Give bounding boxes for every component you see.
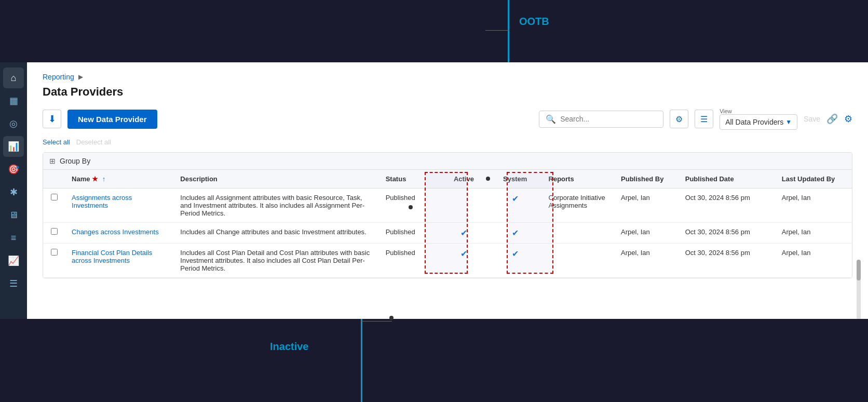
header-system[interactable]: System bbox=[488, 170, 542, 189]
row3-name[interactable]: Financial Cost Plan Details across Inves… bbox=[65, 244, 174, 278]
scrollbar[interactable] bbox=[857, 260, 861, 319]
group-by-label: Group By bbox=[60, 157, 90, 165]
deselect-all: Deselect all bbox=[76, 138, 111, 146]
data-providers-table: Name ★ ↑ Description Status Active Syste… bbox=[43, 170, 852, 278]
header-last-updated-by[interactable]: Last Updated By bbox=[776, 170, 852, 189]
row2-last-updated-by: Arpel, Ian bbox=[776, 223, 852, 244]
view-option-label: All Data Providers bbox=[725, 118, 783, 126]
sort-indicator[interactable]: ↑ bbox=[102, 175, 106, 183]
required-marker: ★ bbox=[92, 175, 98, 183]
list-icon[interactable]: ☰ bbox=[3, 273, 24, 294]
row2-checkbox-input[interactable] bbox=[51, 228, 58, 235]
header-published-by[interactable]: Published By bbox=[615, 170, 679, 189]
row3-active: ✔ bbox=[440, 244, 488, 278]
row1-system: ✔ bbox=[488, 189, 542, 223]
header-published-date[interactable]: Published Date bbox=[679, 170, 776, 189]
inactive-label: Inactive bbox=[270, 341, 308, 353]
row3-published-date: Oct 30, 2024 8:56 pm bbox=[679, 244, 776, 278]
row1-reports: Corporate Initiative Assignments bbox=[542, 189, 615, 223]
row1-checkbox-input[interactable] bbox=[51, 194, 58, 200]
row1-system-check: ✔ bbox=[512, 194, 519, 203]
scroll-thumb[interactable] bbox=[857, 260, 861, 280]
main-content: Reporting ▶ Data Providers ⬇ New Data Pr… bbox=[27, 62, 868, 319]
layers-icon[interactable]: ≡ bbox=[3, 227, 24, 248]
row1-last-updated-by: Arpel, Ian bbox=[776, 189, 852, 223]
row3-system-check: ✔ bbox=[512, 249, 519, 258]
breadcrumb-separator: ▶ bbox=[78, 73, 83, 81]
gear-button[interactable]: ⚙ bbox=[844, 113, 852, 125]
row2-description: Includes all Change attributes and basic… bbox=[174, 223, 379, 244]
table-row: Financial Cost Plan Details across Inves… bbox=[43, 244, 852, 278]
view-dropdown-arrow: ▼ bbox=[785, 118, 792, 126]
row1-published-by: Arpel, Ian bbox=[615, 189, 679, 223]
search-input[interactable] bbox=[560, 115, 657, 123]
view-label: View All Data Providers ▼ bbox=[720, 108, 797, 130]
home-icon[interactable]: ⌂ bbox=[3, 68, 24, 88]
header-status[interactable]: Status bbox=[379, 170, 440, 189]
row3-reports bbox=[542, 244, 615, 278]
breadcrumb: Reporting ▶ bbox=[43, 73, 852, 81]
header-description[interactable]: Description bbox=[174, 170, 379, 189]
monitor-icon[interactable]: 🖥 bbox=[3, 205, 24, 225]
header-reports[interactable]: Reports bbox=[542, 170, 615, 189]
row2-active-check: ✔ bbox=[460, 229, 467, 237]
graph-icon[interactable]: 📈 bbox=[3, 250, 24, 271]
row3-active-check: ✔ bbox=[460, 249, 467, 258]
filter-button[interactable]: ⚙ bbox=[670, 110, 688, 128]
header-name[interactable]: Name ★ ↑ bbox=[65, 170, 174, 189]
row3-published-by: Arpel, Ian bbox=[615, 244, 679, 278]
ootb-label: OOTB bbox=[519, 16, 549, 28]
row3-description: Includes all Cost Plan Detail and Cost P… bbox=[174, 244, 379, 278]
row1-active bbox=[440, 189, 488, 223]
table-header-row: Name ★ ↑ Description Status Active Syste… bbox=[43, 170, 852, 189]
row2-published-by: Arpel, Ian bbox=[615, 223, 679, 244]
download-button[interactable]: ⬇ bbox=[43, 110, 61, 128]
row1-name[interactable]: Assignments across Investments bbox=[65, 189, 174, 223]
row1-description: Includes all Assignment attributes with … bbox=[174, 189, 379, 223]
compass-icon[interactable]: ◎ bbox=[3, 113, 24, 134]
save-button[interactable]: Save bbox=[804, 115, 820, 123]
search-icon: 🔍 bbox=[546, 114, 556, 124]
row2-reports bbox=[542, 223, 615, 244]
group-by-icon: ⊞ bbox=[49, 157, 56, 165]
asterisk-icon[interactable]: ✱ bbox=[3, 182, 24, 203]
columns-button[interactable]: ☰ bbox=[695, 110, 713, 128]
row2-system: ✔ bbox=[488, 223, 542, 244]
view-section: View All Data Providers ▼ bbox=[720, 108, 797, 130]
row2-system-check: ✔ bbox=[512, 229, 519, 237]
table-container: ⊞ Group By Name ★ ↑ Description bbox=[43, 152, 852, 278]
row2-status: Published bbox=[379, 223, 440, 244]
row1-published-date: Oct 30, 2024 8:56 pm bbox=[679, 189, 776, 223]
row3-system: ✔ bbox=[488, 244, 542, 278]
row2-active: ✔ bbox=[440, 223, 488, 244]
row1-checkbox[interactable] bbox=[43, 189, 65, 223]
row2-checkbox[interactable] bbox=[43, 223, 65, 244]
table-row: Changes across Investments Includes all … bbox=[43, 223, 852, 244]
link-button[interactable]: 🔗 bbox=[826, 113, 838, 125]
row3-name-link[interactable]: Financial Cost Plan Details across Inves… bbox=[72, 249, 152, 264]
row2-published-date: Oct 30, 2024 8:56 pm bbox=[679, 223, 776, 244]
row3-status: Published bbox=[379, 244, 440, 278]
row2-name[interactable]: Changes across Investments bbox=[65, 223, 174, 244]
row3-last-updated-by: Arpel, Ian bbox=[776, 244, 852, 278]
row3-checkbox[interactable] bbox=[43, 244, 65, 278]
row2-name-link[interactable]: Changes across Investments bbox=[72, 228, 159, 236]
row1-name-link[interactable]: Assignments across Investments bbox=[72, 194, 132, 209]
search-box[interactable]: 🔍 bbox=[539, 111, 663, 128]
header-checkbox bbox=[43, 170, 65, 189]
header-active[interactable]: Active bbox=[440, 170, 488, 189]
group-by-row[interactable]: ⊞ Group By bbox=[43, 153, 852, 170]
view-select[interactable]: All Data Providers ▼ bbox=[720, 114, 797, 130]
breadcrumb-reporting[interactable]: Reporting bbox=[43, 73, 74, 81]
chart-icon[interactable]: ▦ bbox=[3, 90, 24, 111]
row3-checkbox-input[interactable] bbox=[51, 249, 58, 256]
select-row: Select all Deselect all bbox=[43, 138, 852, 146]
new-data-provider-button[interactable]: New Data Provider bbox=[67, 110, 157, 129]
page-title: Data Providers bbox=[43, 85, 852, 99]
bar-chart-icon[interactable]: 📊 bbox=[3, 136, 24, 157]
sidebar: ⌂ ▦ ◎ 📊 🎯 ✱ 🖥 ≡ 📈 ☰ bbox=[0, 62, 27, 319]
table-row: Assignments across Investments Includes … bbox=[43, 189, 852, 223]
toolbar: ⬇ New Data Provider 🔍 ⚙ ☰ View All Data … bbox=[43, 108, 852, 130]
select-all[interactable]: Select all bbox=[43, 138, 70, 146]
target-icon[interactable]: 🎯 bbox=[3, 159, 24, 180]
